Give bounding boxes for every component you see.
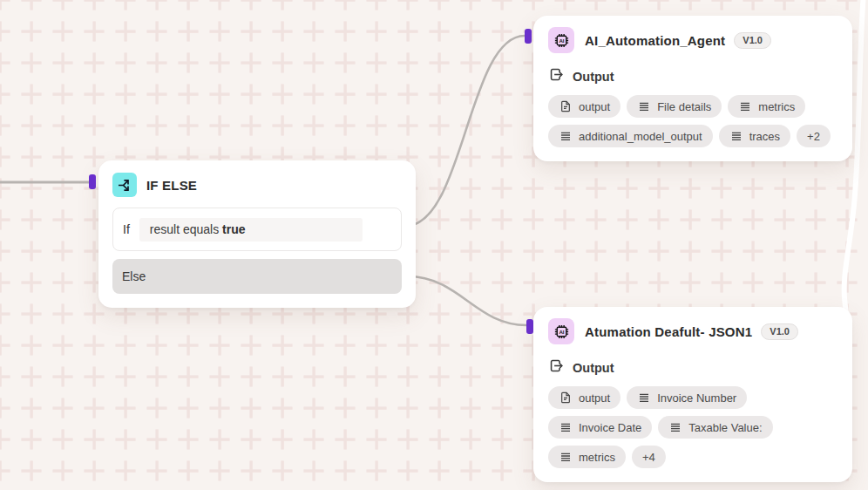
output-section-header: Output [548, 66, 837, 86]
if-branch-row[interactable]: If result equals true [112, 208, 402, 251]
if-else-header: IF ELSE [112, 173, 402, 197]
ai-chip-icon: AI [548, 27, 574, 53]
chip-label: additional_model_output [579, 130, 702, 143]
condition-input[interactable]: result equals true [139, 218, 363, 242]
svg-text:AI: AI [559, 37, 564, 43]
else-label: Else [122, 269, 146, 283]
node-title: Atumation Deafult- JSON1 [585, 324, 752, 339]
output-field-chip[interactable]: traces [719, 125, 790, 147]
edge-if-true[interactable] [406, 36, 525, 226]
output-export-icon [548, 357, 565, 378]
agent-node-header: AI AI_Automation_Agent V1.0 [548, 27, 837, 53]
output-field-chip[interactable]: Taxable Value: [658, 416, 772, 439]
chip-label: metrics [579, 451, 615, 464]
output-field-chip[interactable]: Invoice Date [548, 416, 652, 439]
output-field-chip[interactable]: metrics [728, 95, 805, 118]
chip-label: Invoice Number [657, 391, 736, 405]
edge-else[interactable] [408, 276, 526, 325]
output-chips: outputInvoice NumberInvoice DateTaxable … [548, 386, 837, 468]
node-atumation-default-json1[interactable]: AI Atumation Deafult- JSON1 V1.0 Output … [533, 307, 852, 482]
output-label: Output [573, 361, 614, 375]
chip-label: output [579, 100, 610, 113]
output-label: Output [573, 70, 614, 84]
port-agent-input[interactable] [525, 29, 532, 44]
node-ai-automation-agent[interactable]: AI AI_Automation_Agent V1.0 Output outpu… [533, 16, 852, 161]
output-field-chip[interactable]: output [548, 386, 620, 409]
condition-value: true [222, 222, 245, 236]
branch-split-icon [112, 173, 137, 197]
list-icon [559, 129, 573, 143]
port-ifelse-input[interactable] [89, 174, 96, 189]
output-field-chip[interactable]: Invoice Number [627, 386, 747, 409]
output-field-chip[interactable]: +4 [632, 446, 666, 468]
output-field-chip[interactable]: additional_model_output [548, 125, 713, 147]
output-chips: outputFile detailsmetricsadditional_mode… [548, 95, 837, 147]
list-icon [559, 420, 573, 434]
port-json-input[interactable] [526, 319, 533, 334]
list-icon [668, 420, 682, 434]
workflow-canvas[interactable]: IF ELSE If result equals true Else AI AI… [0, 0, 868, 490]
chip-label: Invoice Date [579, 421, 641, 434]
document-icon [559, 99, 573, 113]
chip-label: +4 [642, 451, 655, 464]
output-field-chip[interactable]: metrics [548, 446, 626, 468]
chip-label: traces [749, 130, 780, 143]
document-icon [559, 391, 573, 405]
version-badge: V1.0 [734, 32, 771, 49]
chip-label: Taxable Value: [688, 421, 762, 434]
list-icon [637, 99, 651, 113]
svg-text:AI: AI [559, 328, 564, 334]
chip-label: output [579, 391, 610, 405]
node-if-else[interactable]: IF ELSE If result equals true Else [98, 160, 416, 308]
list-icon [738, 99, 752, 113]
chip-label: metrics [758, 100, 795, 113]
output-field-chip[interactable]: File details [627, 95, 722, 118]
list-icon [637, 391, 651, 405]
output-field-chip[interactable]: +2 [797, 125, 831, 147]
output-export-icon [548, 66, 565, 86]
list-icon [729, 129, 743, 143]
chip-label: +2 [807, 130, 820, 143]
list-icon [559, 450, 573, 464]
ai-chip-icon: AI [548, 318, 574, 344]
output-section-header: Output [548, 357, 837, 378]
json-node-header: AI Atumation Deafult- JSON1 V1.0 [548, 318, 837, 344]
version-badge: V1.0 [761, 323, 798, 340]
node-title: IF ELSE [146, 178, 197, 193]
node-title: AI_Automation_Agent [585, 33, 725, 48]
chip-label: File details [657, 100, 711, 113]
else-branch-row[interactable]: Else [112, 259, 402, 294]
output-field-chip[interactable]: output [548, 95, 620, 118]
if-label: If [123, 222, 130, 236]
